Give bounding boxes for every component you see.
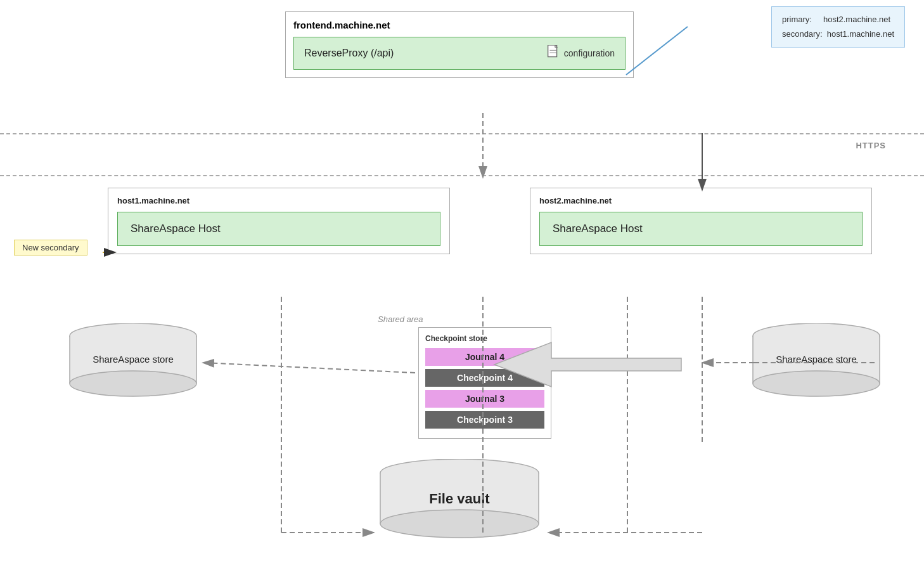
file-vault-svg: File vault	[374, 459, 545, 541]
cylinder-right: ShareAspace store	[747, 323, 886, 402]
svg-line-32	[203, 363, 415, 373]
checkpoint-3-item: Checkpoint 3	[425, 411, 544, 429]
file-vault: File vault	[374, 459, 545, 544]
config-label: configuration	[546, 45, 615, 61]
svg-point-19	[380, 510, 539, 538]
host2-title: host2.machine.net	[539, 196, 863, 205]
host1-title: host1.machine.net	[117, 196, 440, 205]
checkpoint-store-box: Checkpoint store Journal 4 Checkpoint 4 …	[418, 327, 551, 439]
host2-box: host2.machine.net ShareAspace Host	[530, 188, 872, 254]
journal-4-item: Journal 4	[425, 348, 544, 366]
checkpoint-4-item: Checkpoint 4	[425, 369, 544, 387]
config-text: configuration	[564, 48, 615, 58]
info-box: primary: host2.machine.net secondary: ho…	[771, 6, 905, 48]
reverse-proxy-box: ReverseProxy (/api) configuration	[293, 37, 626, 70]
frontend-title: frontend.machine.net	[293, 20, 626, 30]
host2-shareaspace: ShareAspace Host	[539, 212, 863, 246]
info-secondary: secondary: host1.machine.net	[782, 27, 894, 41]
dash-line-top	[0, 133, 924, 134]
diagram: frontend.machine.net ReverseProxy (/api)…	[0, 0, 924, 563]
cylinder-right-svg: ShareAspace store	[747, 323, 886, 399]
host1-box: host1.machine.net ShareAspace Host	[108, 188, 450, 254]
https-label: HTTPS	[856, 141, 886, 150]
dash-line-mid	[0, 175, 924, 176]
cylinder-left-svg: ShareAspace store	[63, 323, 203, 399]
svg-point-7	[70, 371, 196, 396]
shared-area-label: Shared area	[378, 314, 423, 324]
svg-line-25	[626, 27, 688, 75]
svg-text:ShareAspace store: ShareAspace store	[776, 354, 857, 365]
host1-shareaspace: ShareAspace Host	[117, 212, 440, 246]
svg-point-13	[753, 371, 880, 396]
checkpoint-store-title: Checkpoint store	[425, 334, 544, 343]
reverse-proxy-label: ReverseProxy (/api)	[304, 48, 394, 59]
svg-text:ShareAspace store: ShareAspace store	[93, 354, 174, 365]
new-secondary-label: New secondary	[14, 240, 87, 256]
doc-icon	[546, 45, 560, 61]
cylinder-left: ShareAspace store	[63, 323, 203, 402]
info-primary: primary: host2.machine.net	[782, 12, 894, 27]
journal-3-item: Journal 3	[425, 390, 544, 408]
svg-text:File vault: File vault	[429, 491, 490, 507]
frontend-box: frontend.machine.net ReverseProxy (/api)…	[285, 11, 634, 78]
